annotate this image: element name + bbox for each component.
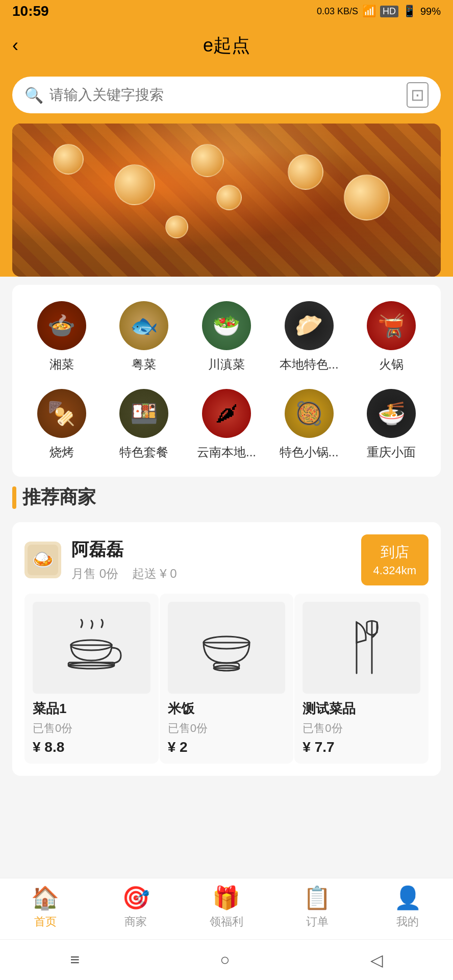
category-label-xiaoguo: 特色小锅... <box>280 444 339 460</box>
search-icon: 🔍 <box>24 86 43 104</box>
category-item-xiaoguo[interactable]: 🥘 特色小锅... <box>268 389 350 460</box>
food-item-name-2: 测试菜品 <box>303 700 420 718</box>
network-speed: 0.03 KB/S <box>317 6 358 17</box>
food-items-grid: 菜品1 已售0份 ¥ 8.8 米饭 已售0份 ¥ 2 测试菜品 已售0份 ¥ 7… <box>12 594 441 776</box>
food-item-img-2 <box>303 602 420 694</box>
category-item-mian[interactable]: 🍜 重庆小面 <box>350 389 433 460</box>
monthly-sales: 月售 0份 <box>71 567 118 580</box>
category-circle-huoguo: 🫕 <box>367 301 416 350</box>
food-item-card-0[interactable]: 菜品1 已售0份 ¥ 8.8 <box>24 594 159 764</box>
food-item-sold-2: 已售0份 <box>303 721 420 736</box>
category-item-xiangcai[interactable]: 🍲 湘菜 <box>20 301 103 373</box>
status-time: 10:59 <box>12 3 49 19</box>
search-bar[interactable]: 🔍 ⊡ <box>12 77 441 113</box>
hd-badge: HD <box>380 6 398 17</box>
category-circle-yunnan: 🌶 <box>202 389 251 438</box>
category-label-yunnan: 云南本地... <box>197 444 256 460</box>
nav-item-orders[interactable]: 📋 订单 <box>272 885 363 934</box>
android-menu-button[interactable]: ≡ <box>70 950 80 969</box>
status-icons: 0.03 KB/S 📶 HD 📱 99% <box>317 5 441 18</box>
category-item-chuandian[interactable]: 🥗 川滇菜 <box>185 301 268 373</box>
nav-item-benefits[interactable]: 🎁 领福利 <box>181 885 272 934</box>
food-item-img-1 <box>168 602 286 694</box>
android-back-button[interactable]: ◁ <box>370 950 383 970</box>
category-item-yunnan[interactable]: 🌶 云南本地... <box>185 389 268 460</box>
signal-icon: 📱 <box>402 5 416 18</box>
nav-label-merchant: 商家 <box>124 914 147 929</box>
nav-label-home: 首页 <box>34 914 57 929</box>
food-dot-6 <box>165 215 188 238</box>
page-title: e起点 <box>203 33 250 58</box>
search-input[interactable] <box>49 87 400 103</box>
food-dot-4 <box>288 154 323 190</box>
battery-icon: 99% <box>420 6 441 17</box>
food-dot-3 <box>216 185 242 210</box>
visit-label: 到店 <box>373 543 416 562</box>
min-delivery: 起送 ¥ 0 <box>132 567 177 580</box>
section-title: 推荐商家 <box>22 485 96 510</box>
food-item-price-0: ¥ 8.8 <box>33 739 150 755</box>
svg-text:🍛: 🍛 <box>32 549 55 571</box>
category-item-huoguo[interactable]: 🫕 火锅 <box>350 301 433 373</box>
category-label-mian: 重庆小面 <box>367 444 416 460</box>
category-circle-tecai: 🍱 <box>119 389 168 438</box>
category-label-bendi: 本地特色... <box>280 356 339 373</box>
category-circle-chuandian: 🥗 <box>202 301 251 350</box>
banner-visual <box>12 124 441 277</box>
category-circle-yuecai: 🐟 <box>119 301 168 350</box>
restaurant-card[interactable]: 🍛 阿磊磊 月售 0份 起送 ¥ 0 到店 4.324km <box>12 522 441 776</box>
back-button[interactable]: ‹ <box>12 35 18 56</box>
wifi-icon: 📶 <box>362 5 376 18</box>
nav-icon-benefits: 🎁 <box>212 885 240 911</box>
nav-icon-merchant: 🎯 <box>122 885 150 911</box>
scan-icon[interactable]: ⊡ <box>407 82 429 108</box>
food-item-img-0 <box>33 602 150 694</box>
nav-label-benefits: 领福利 <box>210 914 243 929</box>
nav-icon-mine: 👤 <box>394 885 422 911</box>
category-item-bendi[interactable]: 🥟 本地特色... <box>268 301 350 373</box>
category-item-shaokao[interactable]: 🍢 烧烤 <box>20 389 103 460</box>
food-item-name-0: 菜品1 <box>33 700 150 718</box>
category-label-xiangcai: 湘菜 <box>49 356 74 373</box>
section-header: 推荐商家 <box>12 485 441 510</box>
food-item-sold-0: 已售0份 <box>33 721 150 736</box>
category-circle-xiaoguo: 🥘 <box>285 389 334 438</box>
category-item-tecai[interactable]: 🍱 特色套餐 <box>103 389 186 460</box>
nav-icon-orders: 📋 <box>303 885 331 911</box>
banner-container <box>0 124 453 277</box>
nav-item-mine[interactable]: 👤 我的 <box>362 885 453 934</box>
food-item-sold-1: 已售0份 <box>168 721 286 736</box>
food-item-card-2[interactable]: 测试菜品 已售0份 ¥ 7.7 <box>294 594 429 764</box>
section-indicator <box>12 486 16 509</box>
category-label-huoguo: 火锅 <box>379 356 404 373</box>
restaurant-avatar-icon: 🍛 <box>28 545 58 575</box>
restaurant-info: 阿磊磊 月售 0份 起送 ¥ 0 <box>71 538 361 582</box>
categories-grid: 🍲 湘菜 🐟 粤菜 🥗 川滇菜 🥟 本地特色... 🫕 火锅 🍢 烧烤 🍱 特色… <box>20 301 433 460</box>
restaurant-avatar: 🍛 <box>24 542 61 578</box>
food-dot-7 <box>191 144 224 177</box>
nav-label-orders: 订单 <box>306 914 329 929</box>
restaurant-meta: 月售 0份 起送 ¥ 0 <box>71 566 361 582</box>
android-home-button[interactable]: ○ <box>220 950 230 969</box>
category-label-tecai: 特色套餐 <box>119 444 168 460</box>
food-item-name-1: 米饭 <box>168 700 286 718</box>
category-circle-bendi: 🥟 <box>285 301 334 350</box>
category-label-chuandian: 川滇菜 <box>208 356 245 373</box>
category-label-yuecai: 粤菜 <box>132 356 156 373</box>
search-container: 🔍 ⊡ <box>0 68 453 124</box>
nav-label-mine: 我的 <box>396 914 419 929</box>
visit-store-button[interactable]: 到店 4.324km <box>361 534 429 585</box>
categories-section: 🍲 湘菜 🐟 粤菜 🥗 川滇菜 🥟 本地特色... 🫕 火锅 🍢 烧烤 🍱 特色… <box>12 285 441 477</box>
food-item-card-1[interactable]: 米饭 已售0份 ¥ 2 <box>160 594 294 764</box>
nav-icon-home: 🏠 <box>31 885 59 911</box>
banner-image <box>12 124 441 277</box>
app-header: ‹ e起点 <box>0 22 453 68</box>
android-nav-bar: ≡ ○ ◁ <box>0 939 453 980</box>
food-dot-5 <box>344 175 390 220</box>
nav-item-home[interactable]: 🏠 首页 <box>0 885 91 934</box>
bottom-nav: 🏠 首页 🎯 商家 🎁 领福利 📋 订单 👤 我的 <box>0 878 453 939</box>
category-circle-shaokao: 🍢 <box>37 389 86 438</box>
nav-item-merchant[interactable]: 🎯 商家 <box>91 885 182 934</box>
category-item-yuecai[interactable]: 🐟 粤菜 <box>103 301 186 373</box>
food-dot-2 <box>114 164 155 205</box>
